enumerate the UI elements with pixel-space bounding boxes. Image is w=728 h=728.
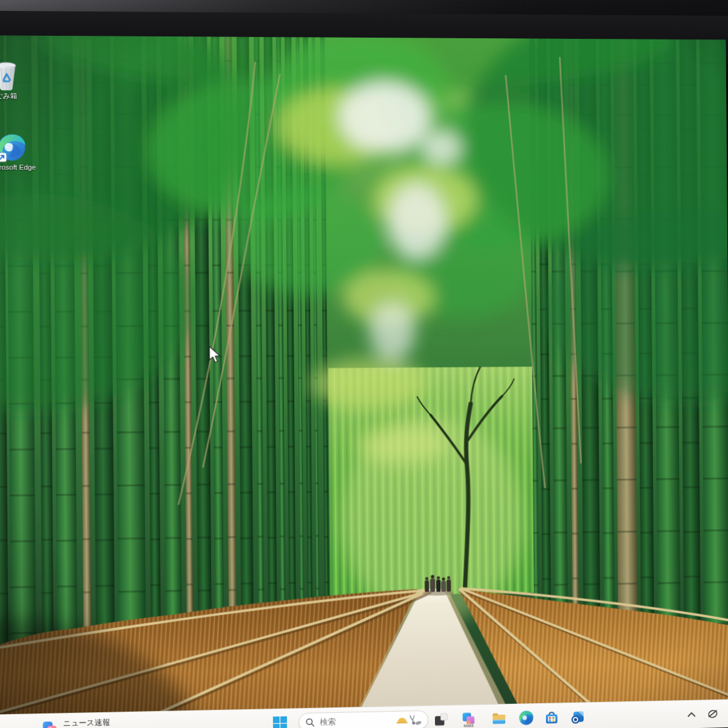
chevron-up-icon: [687, 710, 696, 718]
file-explorer-icon: [491, 710, 507, 727]
mouse-cursor: [207, 345, 221, 363]
desktop-icon-recycle-bin[interactable]: ごみ箱: [0, 61, 34, 100]
desktop-icon-label: ごみ箱: [0, 92, 34, 101]
outlook-icon: [570, 709, 586, 725]
search-box[interactable]: 検索: [298, 710, 428, 728]
windows-logo-icon: [272, 715, 287, 728]
search-icon: [305, 717, 315, 727]
store-button[interactable]: [541, 707, 562, 727]
microsoft-365-button[interactable]: M365: [459, 709, 479, 728]
desktop-icon-edge[interactable]: Microsoft Edge: [0, 133, 39, 172]
recycle-bin-icon: [0, 61, 18, 91]
shortcut-arrow-icon: [0, 153, 6, 161]
photo-background: ごみ箱 Microsoft Edge: [0, 0, 728, 728]
slashed-circle-icon: [707, 709, 719, 720]
search-highlights-icon: [396, 714, 422, 727]
start-button[interactable]: [269, 713, 290, 728]
widgets-news-title: ニュース速報: [63, 718, 123, 728]
edge-icon: [519, 710, 534, 726]
task-view-button[interactable]: [431, 709, 451, 728]
microsoft-365-badge: M365: [463, 724, 474, 728]
search-placeholder: 検索: [320, 715, 391, 728]
widgets-button[interactable]: ニュース速報 藤井聡太竜王・名...: [38, 715, 127, 728]
widgets-icon: [41, 720, 58, 728]
outlook-button[interactable]: [567, 706, 588, 727]
edge-icon: [0, 133, 27, 163]
monitor-bezel: ごみ箱 Microsoft Edge: [0, 11, 728, 728]
file-explorer-button[interactable]: [488, 708, 509, 728]
bamboo-wallpaper: [0, 35, 728, 728]
edge-button[interactable]: [516, 707, 537, 728]
screen: ごみ箱 Microsoft Edge: [0, 35, 728, 728]
task-view-icon: [433, 712, 449, 727]
desktop-icon-label: Microsoft Edge: [0, 163, 39, 171]
store-icon: [543, 709, 559, 726]
tray-show-hidden-button[interactable]: [684, 704, 699, 725]
tray-status-button[interactable]: [704, 704, 721, 724]
